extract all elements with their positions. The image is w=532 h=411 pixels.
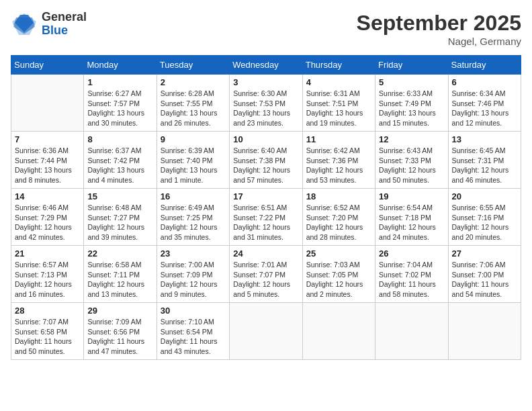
- day-info: Sunrise: 6:33 AM Sunset: 7:49 PM Dayligh…: [379, 89, 444, 128]
- weekday-header-saturday: Saturday: [448, 56, 521, 75]
- logo-blue-label: Blue: [42, 24, 87, 38]
- calendar-cell: [11, 75, 84, 132]
- week-row-3: 21Sunrise: 6:57 AM Sunset: 7:13 PM Dayli…: [11, 246, 521, 303]
- day-info: Sunrise: 6:45 AM Sunset: 7:31 PM Dayligh…: [452, 146, 517, 185]
- day-number: 30: [161, 306, 226, 316]
- calendar-cell: 2Sunrise: 6:28 AM Sunset: 7:55 PM Daylig…: [157, 75, 229, 132]
- day-info: Sunrise: 6:36 AM Sunset: 7:44 PM Dayligh…: [15, 146, 80, 185]
- calendar-cell: 5Sunrise: 6:33 AM Sunset: 7:49 PM Daylig…: [375, 75, 448, 132]
- month-title: September 2025: [357, 11, 521, 36]
- day-number: 3: [233, 77, 298, 87]
- logo-icon: [11, 12, 38, 36]
- day-info: Sunrise: 7:01 AM Sunset: 7:07 PM Dayligh…: [233, 260, 298, 300]
- calendar-cell: 25Sunrise: 7:03 AM Sunset: 7:05 PM Dayli…: [302, 246, 375, 303]
- calendar-cell: 7Sunrise: 6:36 AM Sunset: 7:44 PM Daylig…: [11, 132, 84, 189]
- day-number: 28: [15, 306, 80, 316]
- calendar-cell: 4Sunrise: 6:31 AM Sunset: 7:51 PM Daylig…: [302, 75, 375, 132]
- day-info: Sunrise: 7:03 AM Sunset: 7:05 PM Dayligh…: [306, 260, 371, 300]
- calendar-table: SundayMondayTuesdayWednesdayThursdayFrid…: [11, 55, 521, 360]
- calendar-cell: 18Sunrise: 6:52 AM Sunset: 7:20 PM Dayli…: [302, 189, 375, 246]
- day-number: 2: [161, 77, 226, 87]
- day-number: 9: [161, 134, 226, 144]
- logo: General Blue: [11, 11, 87, 38]
- day-number: 15: [87, 191, 152, 201]
- day-number: 11: [306, 134, 371, 144]
- day-info: Sunrise: 6:30 AM Sunset: 7:53 PM Dayligh…: [233, 89, 298, 128]
- calendar-cell: 6Sunrise: 6:34 AM Sunset: 7:46 PM Daylig…: [448, 75, 521, 132]
- calendar-cell: 17Sunrise: 6:51 AM Sunset: 7:22 PM Dayli…: [230, 189, 302, 246]
- calendar-cell: 26Sunrise: 7:04 AM Sunset: 7:02 PM Dayli…: [375, 246, 448, 303]
- day-info: Sunrise: 6:43 AM Sunset: 7:33 PM Dayligh…: [379, 146, 444, 185]
- day-number: 21: [15, 248, 80, 259]
- calendar-cell: 10Sunrise: 6:40 AM Sunset: 7:38 PM Dayli…: [230, 132, 302, 189]
- week-row-1: 7Sunrise: 6:36 AM Sunset: 7:44 PM Daylig…: [11, 132, 521, 189]
- day-number: 17: [233, 191, 298, 201]
- calendar-cell: 1Sunrise: 6:27 AM Sunset: 7:57 PM Daylig…: [84, 75, 157, 132]
- day-number: 24: [233, 248, 298, 259]
- calendar-cell: 22Sunrise: 6:58 AM Sunset: 7:11 PM Dayli…: [84, 246, 157, 303]
- day-info: Sunrise: 7:00 AM Sunset: 7:09 PM Dayligh…: [161, 260, 226, 300]
- day-number: 25: [306, 248, 371, 259]
- calendar-cell: 14Sunrise: 6:46 AM Sunset: 7:29 PM Dayli…: [11, 189, 84, 246]
- day-info: Sunrise: 6:46 AM Sunset: 7:29 PM Dayligh…: [15, 203, 80, 242]
- weekday-header-tuesday: Tuesday: [157, 56, 229, 75]
- weekday-header-friday: Friday: [375, 56, 448, 75]
- week-row-4: 28Sunrise: 7:07 AM Sunset: 6:58 PM Dayli…: [11, 303, 521, 360]
- day-number: 29: [87, 306, 152, 316]
- calendar-cell: 20Sunrise: 6:55 AM Sunset: 7:16 PM Dayli…: [448, 189, 521, 246]
- weekday-header-monday: Monday: [84, 56, 157, 75]
- calendar-cell: 8Sunrise: 6:37 AM Sunset: 7:42 PM Daylig…: [84, 132, 157, 189]
- day-info: Sunrise: 7:06 AM Sunset: 7:00 PM Dayligh…: [452, 260, 517, 300]
- day-number: 6: [452, 77, 517, 87]
- calendar-cell: 19Sunrise: 6:54 AM Sunset: 7:18 PM Dayli…: [375, 189, 448, 246]
- calendar-cell: 3Sunrise: 6:30 AM Sunset: 7:53 PM Daylig…: [230, 75, 302, 132]
- day-number: 22: [87, 248, 152, 259]
- day-number: 8: [87, 134, 152, 144]
- day-info: Sunrise: 6:27 AM Sunset: 7:57 PM Dayligh…: [87, 89, 152, 128]
- day-info: Sunrise: 6:51 AM Sunset: 7:22 PM Dayligh…: [233, 203, 298, 242]
- day-info: Sunrise: 7:07 AM Sunset: 6:58 PM Dayligh…: [15, 317, 80, 357]
- calendar-cell: [448, 303, 521, 360]
- day-info: Sunrise: 6:34 AM Sunset: 7:46 PM Dayligh…: [452, 89, 517, 128]
- calendar-cell: 12Sunrise: 6:43 AM Sunset: 7:33 PM Dayli…: [375, 132, 448, 189]
- weekday-header-row: SundayMondayTuesdayWednesdayThursdayFrid…: [11, 56, 521, 75]
- day-number: 16: [161, 191, 226, 201]
- calendar-cell: 29Sunrise: 7:09 AM Sunset: 6:56 PM Dayli…: [84, 303, 157, 360]
- day-number: 5: [379, 77, 444, 87]
- day-info: Sunrise: 6:58 AM Sunset: 7:11 PM Dayligh…: [87, 260, 152, 300]
- calendar-cell: 11Sunrise: 6:42 AM Sunset: 7:36 PM Dayli…: [302, 132, 375, 189]
- calendar-cell: 28Sunrise: 7:07 AM Sunset: 6:58 PM Dayli…: [11, 303, 84, 360]
- day-info: Sunrise: 7:09 AM Sunset: 6:56 PM Dayligh…: [87, 317, 152, 357]
- day-number: 27: [452, 248, 517, 259]
- calendar-cell: 30Sunrise: 7:10 AM Sunset: 6:54 PM Dayli…: [157, 303, 229, 360]
- calendar-cell: 9Sunrise: 6:39 AM Sunset: 7:40 PM Daylig…: [157, 132, 229, 189]
- weekday-header-sunday: Sunday: [11, 56, 84, 75]
- day-info: Sunrise: 6:54 AM Sunset: 7:18 PM Dayligh…: [379, 203, 444, 242]
- calendar-cell: [230, 303, 302, 360]
- day-number: 1: [87, 77, 152, 87]
- location-label: Nagel, Germany: [357, 36, 521, 47]
- page-header: General Blue September 2025 Nagel, Germa…: [11, 11, 521, 47]
- day-info: Sunrise: 6:39 AM Sunset: 7:40 PM Dayligh…: [161, 146, 226, 185]
- day-number: 26: [379, 248, 444, 259]
- day-info: Sunrise: 6:40 AM Sunset: 7:38 PM Dayligh…: [233, 146, 298, 185]
- day-info: Sunrise: 6:48 AM Sunset: 7:27 PM Dayligh…: [87, 203, 152, 242]
- calendar-cell: 13Sunrise: 6:45 AM Sunset: 7:31 PM Dayli…: [448, 132, 521, 189]
- day-number: 7: [15, 134, 80, 144]
- day-info: Sunrise: 6:37 AM Sunset: 7:42 PM Dayligh…: [87, 146, 152, 185]
- day-number: 10: [233, 134, 298, 144]
- day-info: Sunrise: 6:42 AM Sunset: 7:36 PM Dayligh…: [306, 146, 371, 185]
- week-row-0: 1Sunrise: 6:27 AM Sunset: 7:57 PM Daylig…: [11, 75, 521, 132]
- day-info: Sunrise: 6:31 AM Sunset: 7:51 PM Dayligh…: [306, 89, 371, 128]
- calendar-cell: 27Sunrise: 7:06 AM Sunset: 7:00 PM Dayli…: [448, 246, 521, 303]
- week-row-2: 14Sunrise: 6:46 AM Sunset: 7:29 PM Dayli…: [11, 189, 521, 246]
- day-number: 12: [379, 134, 444, 144]
- weekday-header-wednesday: Wednesday: [230, 56, 302, 75]
- weekday-header-thursday: Thursday: [302, 56, 375, 75]
- day-info: Sunrise: 7:04 AM Sunset: 7:02 PM Dayligh…: [379, 260, 444, 300]
- calendar-cell: 23Sunrise: 7:00 AM Sunset: 7:09 PM Dayli…: [157, 246, 229, 303]
- day-info: Sunrise: 6:28 AM Sunset: 7:55 PM Dayligh…: [161, 89, 226, 128]
- day-number: 18: [306, 191, 371, 201]
- day-info: Sunrise: 7:10 AM Sunset: 6:54 PM Dayligh…: [161, 317, 226, 357]
- day-info: Sunrise: 6:55 AM Sunset: 7:16 PM Dayligh…: [452, 203, 517, 242]
